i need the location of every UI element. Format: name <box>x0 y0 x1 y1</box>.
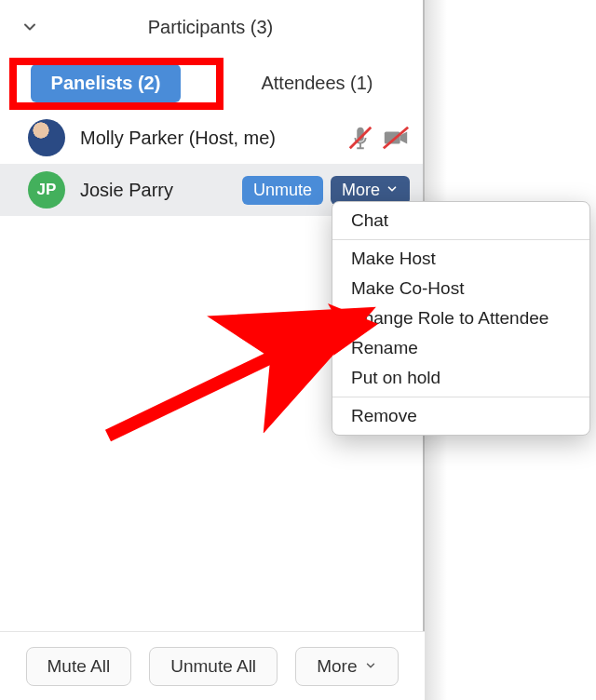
unmute-all-button[interactable]: Unmute All <box>149 647 278 686</box>
unmute-label: Unmute <box>253 181 312 200</box>
participant-row-host: Molly Parker (Host, me) <box>0 112 423 164</box>
footer-more-label: More <box>317 656 357 677</box>
mute-all-label: Mute All <box>47 656 111 677</box>
avatar: JP <box>28 171 65 209</box>
participant-name: Josie Parry <box>80 180 242 201</box>
app-canvas: Participants (3) Panelists (2) Attendees… <box>0 0 596 700</box>
unmute-all-label: Unmute All <box>170 656 256 677</box>
menu-item-label: Make Host <box>351 249 436 268</box>
menu-item-put-on-hold[interactable]: Put on hold <box>332 363 589 393</box>
menu-separator <box>332 397 589 397</box>
menu-item-label: Chat <box>351 210 388 230</box>
tabs-row: Panelists (2) Attendees (1) <box>0 54 423 112</box>
tab-attendees[interactable]: Attendees (1) <box>211 73 423 94</box>
more-label: More <box>342 181 380 200</box>
menu-item-chat[interactable]: Chat <box>332 206 589 236</box>
footer-more-button[interactable]: More <box>295 647 399 686</box>
mic-muted-icon[interactable] <box>346 124 374 152</box>
menu-separator <box>332 239 589 240</box>
chevron-down-icon <box>364 656 377 677</box>
camera-off-icon[interactable] <box>382 124 410 152</box>
menu-item-make-host[interactable]: Make Host <box>332 244 589 274</box>
avatar-initials: JP <box>37 181 57 199</box>
mute-all-button[interactable]: Mute All <box>26 647 132 686</box>
collapse-icon[interactable] <box>20 18 45 36</box>
menu-item-change-role[interactable]: Change Role to Attendee <box>332 303 589 333</box>
menu-item-label: Make Co-Host <box>351 278 464 298</box>
panel-footer: Mute All Unmute All More <box>0 631 425 700</box>
menu-item-label: Put on hold <box>351 368 440 387</box>
tab-panelists-label: Panelists (2) <box>31 64 182 102</box>
panel-header: Participants (3) <box>0 0 423 54</box>
more-button[interactable]: More <box>331 176 410 205</box>
menu-item-label: Rename <box>351 338 418 357</box>
avatar <box>28 119 65 156</box>
participant-name: Molly Parker (Host, me) <box>80 128 339 149</box>
menu-item-label: Remove <box>351 406 417 425</box>
menu-item-remove[interactable]: Remove <box>332 401 589 431</box>
unmute-button[interactable]: Unmute <box>242 176 323 205</box>
tab-panelists[interactable]: Panelists (2) <box>0 64 211 102</box>
panel-title: Participants (3) <box>45 17 423 38</box>
tab-attendees-label: Attendees (1) <box>261 73 372 93</box>
menu-item-make-cohost[interactable]: Make Co-Host <box>332 274 589 303</box>
chevron-down-icon <box>386 181 399 200</box>
context-menu: Chat Make Host Make Co-Host Change Role … <box>332 201 590 436</box>
menu-item-label: Change Role to Attendee <box>351 308 549 328</box>
menu-item-rename[interactable]: Rename <box>332 333 589 363</box>
